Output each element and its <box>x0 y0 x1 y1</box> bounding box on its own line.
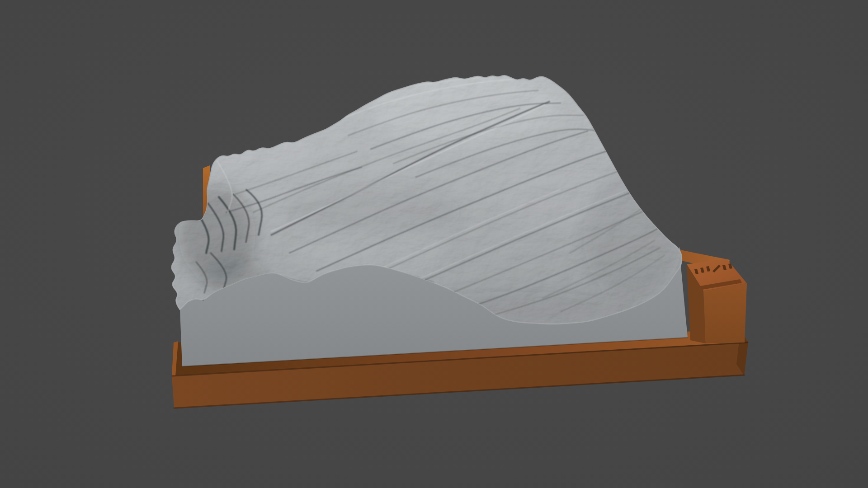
render-stage <box>0 0 868 488</box>
terrain-model-render <box>0 0 868 488</box>
marker-block-front-face <box>703 283 747 343</box>
